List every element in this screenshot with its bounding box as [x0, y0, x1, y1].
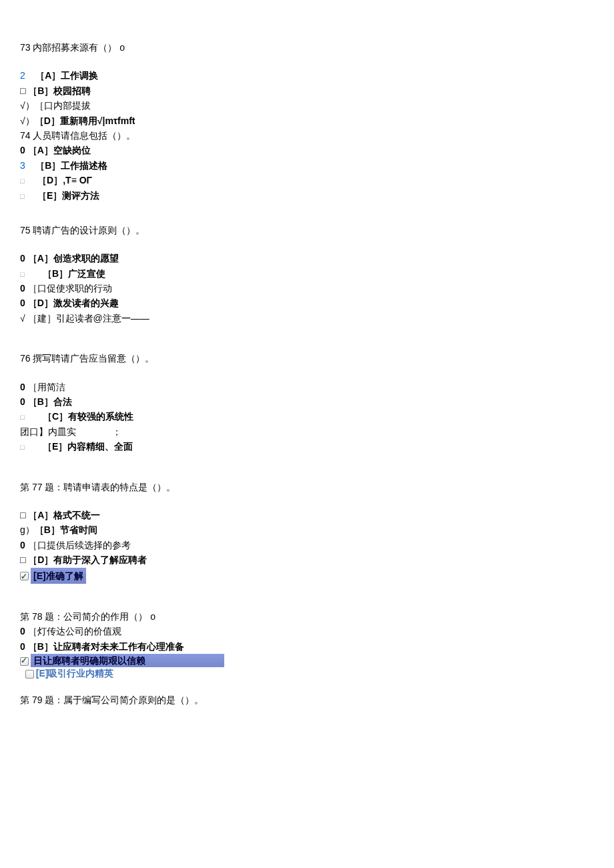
question-76-title: 76 撰写聘请广告应当留意（）。	[20, 351, 594, 366]
option-78-b[interactable]: 0 ［B］让应聘者对未来工作有心理准备	[20, 639, 594, 654]
question-75-title: 75 聘请广告的设计原则（）。	[20, 223, 594, 238]
option-73-a[interactable]: 2 ［A］工作调换	[20, 68, 594, 83]
option-prefix: □	[20, 175, 25, 187]
option-text: [E]吸引行业内精英	[36, 668, 114, 679]
option-text: ［用简洁	[28, 382, 65, 392]
option-text: 日让廊聘者明确期艰以信赖	[31, 654, 224, 667]
option-text: ［B］广泛宣使	[43, 268, 105, 279]
option-75-b[interactable]: □ ［B］广泛宣使	[20, 266, 594, 281]
question-75-options: 0 ［A］创造求职的愿望 □ ［B］广泛宣使 0 ［口促使求职的行动 0 ［D］…	[20, 251, 594, 326]
option-mid: 口】内皿实	[29, 426, 76, 437]
option-74-d[interactable]: □ ［D］,T≡ OΓ	[20, 173, 594, 187]
question-78-title: 第 78 题：公司简介的作用（） o	[20, 609, 594, 624]
option-text: ［A］格式不统一	[28, 510, 100, 520]
option-73-d[interactable]: √）［D］重新聘用√|mτfmft	[20, 113, 594, 128]
checkbox-unchecked-icon	[25, 670, 34, 679]
option-77-a[interactable]: □ ［A］格式不统一	[20, 508, 594, 522]
option-73-b[interactable]: □ ［B］校园招聘	[20, 83, 594, 98]
question-74-title: 74 人员聘请信息包括（）。	[20, 128, 594, 143]
option-prefix: 0	[20, 540, 25, 550]
option-prefix: 0	[20, 298, 25, 308]
option-suffix: ；	[112, 426, 121, 437]
option-text: ［D］,T≡ OΓ	[37, 175, 92, 185]
option-prefix: □	[20, 554, 25, 565]
question-79-title: 第 79 题：属于编写公司简介原则的是（）。	[20, 693, 594, 707]
option-prefix: □	[20, 269, 25, 281]
option-prefix: □	[20, 191, 25, 203]
option-text: ［E］内容精细、全面	[43, 441, 133, 452]
option-text: ［A］创造求职的愿望	[28, 253, 119, 264]
option-prefix: □	[20, 85, 25, 96]
option-74-e[interactable]: □ ［E］测评方法	[20, 188, 594, 203]
option-prefix: □	[20, 412, 25, 424]
option-text: ［A］空缺岗位	[28, 145, 91, 155]
option-text: ［D］有助于深入了解应聘者	[28, 554, 147, 565]
option-text: ［B］合法	[28, 396, 72, 407]
option-76-a[interactable]: 0 ［用简洁	[20, 380, 594, 394]
option-text: ［口促使求职的行动	[28, 283, 112, 294]
option-text: ［E］测评方法	[37, 190, 99, 201]
option-prefix: 0	[20, 641, 25, 652]
option-text: ［B］让应聘者对未来工作有心理准备	[28, 641, 184, 652]
option-76-c[interactable]: □ ［C］有较强的系统性	[20, 409, 594, 424]
option-text: ［A］工作调换	[35, 70, 98, 81]
option-73-c[interactable]: √）［口内部提拔	[20, 98, 594, 113]
option-75-c[interactable]: 0 ［口促使求职的行动	[20, 281, 594, 296]
option-text: ［口内部提拔	[35, 100, 91, 111]
question-77-title: 第 77 题：聘请申请表的特点是（）。	[20, 480, 594, 494]
question-73-options: 2 ［A］工作调换 □ ［B］校园招聘 √）［口内部提拔 √）［D］重新聘用√|…	[20, 68, 594, 203]
option-77-e[interactable]: [E]准确了解	[20, 568, 594, 584]
option-text: ［D］激发读者的兴趣	[28, 298, 119, 308]
option-74-a[interactable]: 0 ［A］空缺岗位	[20, 143, 594, 157]
option-prefix: □	[20, 442, 25, 454]
option-prefix: √）	[20, 100, 35, 111]
option-prefix: 0	[20, 382, 25, 392]
option-76-b[interactable]: 0 ［B］合法	[20, 394, 594, 409]
checkbox-checked-icon	[20, 572, 29, 580]
option-text: ［建］引起读者@注意一——	[28, 313, 149, 324]
question-73-title: 73 内部招募来源有（） o	[20, 40, 594, 55]
checkbox-checked-icon	[20, 657, 29, 666]
option-prefix: 0	[20, 396, 25, 407]
option-text: ［B］工作描述格	[35, 160, 107, 171]
option-75-e[interactable]: √ ［建］引起读者@注意一——	[20, 311, 594, 326]
option-77-d[interactable]: □ ［D］有助于深入了解应聘者	[20, 552, 594, 567]
option-text: ［C］有较强的系统性	[43, 411, 133, 422]
question-77-options: □ ［A］格式不统一 g）［B］节省时间 0 ［口提供后续选择的参考 □ ［D］…	[20, 508, 594, 584]
option-77-c[interactable]: 0 ［口提供后续选择的参考	[20, 538, 594, 552]
option-prefix: √）	[20, 115, 35, 126]
option-prefix: 0	[20, 145, 25, 155]
question-78-options: 0 ［灯传达公司的价值观 0 ［B］让应聘者对未来工作有心理准备 日让廊聘者明确…	[20, 624, 594, 679]
option-text: ［B］校园招聘	[28, 85, 91, 96]
option-76-e[interactable]: □ ［E］内容精细、全面	[20, 439, 594, 454]
option-prefix: 团	[20, 426, 29, 437]
option-prefix: g）	[20, 524, 35, 535]
option-prefix: 0	[20, 283, 25, 294]
option-text: ［B］节省时间	[35, 524, 97, 535]
option-prefix: √	[20, 313, 25, 324]
option-text: [E]准确了解	[31, 568, 86, 584]
option-text: ［灯传达公司的价值观	[28, 626, 121, 636]
option-75-d[interactable]: 0 ［D］激发读者的兴趣	[20, 296, 594, 310]
option-prefix: □	[20, 510, 25, 520]
option-text: ［口提供后续选择的参考	[28, 540, 131, 550]
option-prefix: 0	[20, 253, 25, 264]
option-76-d[interactable]: 团口】内皿实 ；	[20, 424, 594, 439]
question-76-options: 0 ［用简洁 0 ［B］合法 □ ［C］有较强的系统性 团口】内皿实 ； □ ［…	[20, 380, 594, 454]
option-prefix: 3	[20, 160, 25, 171]
option-77-b[interactable]: g）［B］节省时间	[20, 522, 594, 537]
option-78-e[interactable]: [E]吸引行业内精英	[20, 667, 594, 679]
option-78-a[interactable]: 0 ［灯传达公司的价值观	[20, 624, 594, 638]
option-prefix: 2	[20, 70, 25, 81]
option-74-b[interactable]: 3 ［B］工作描述格	[20, 158, 594, 173]
option-78-cd[interactable]: 日让廊聘者明确期艰以信赖	[20, 654, 594, 667]
option-75-a[interactable]: 0 ［A］创造求职的愿望	[20, 251, 594, 266]
option-prefix: 0	[20, 626, 25, 636]
option-text: ［D］重新聘用√|mτfmft	[35, 115, 135, 126]
